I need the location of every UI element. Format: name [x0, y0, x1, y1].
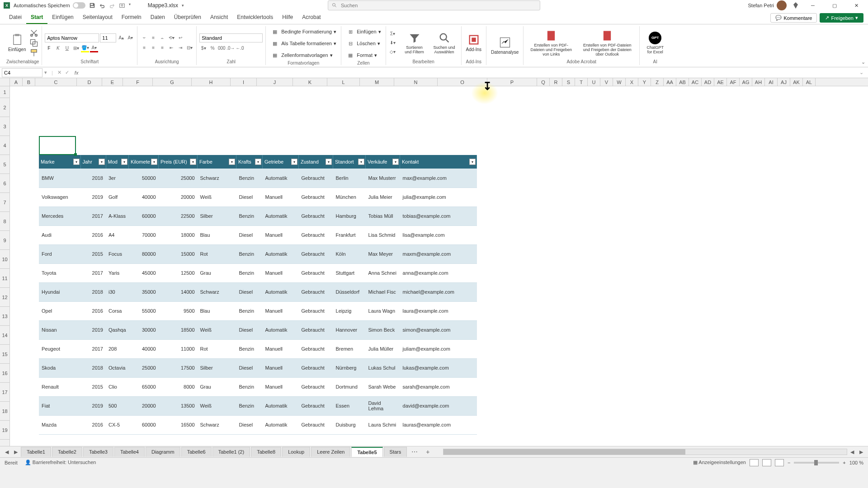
col-header-AL[interactable]: AL	[803, 78, 816, 86]
table-cell[interactable]: Manuell	[263, 358, 299, 377]
col-header-Z[interactable]: Z	[651, 78, 664, 86]
filename-dropdown-icon[interactable]: ▾	[182, 3, 184, 8]
row-header-1[interactable]: 1	[0, 86, 9, 98]
table-cell[interactable]: Benzin	[236, 169, 263, 188]
table-cell[interactable]: Diesel	[236, 358, 263, 377]
table-cell[interactable]: 11000	[159, 339, 198, 358]
col-header-Y[interactable]: Y	[638, 78, 651, 86]
table-cell[interactable]: 2017	[80, 206, 106, 225]
table-cell[interactable]: Diesel	[236, 188, 263, 206]
row-header-9[interactable]: 9	[0, 231, 9, 250]
table-cell[interactable]: 50000	[129, 169, 159, 188]
search-box[interactable]	[328, 0, 540, 10]
sheet-tab-lookup[interactable]: Lookup	[282, 447, 310, 457]
table-cell[interactable]: 16500	[159, 415, 198, 434]
table-header-0[interactable]: Marke▾	[39, 155, 80, 169]
table-cell[interactable]: juliam@example.com	[400, 339, 477, 358]
minimize-button[interactable]: ─	[805, 0, 821, 11]
table-row[interactable]: Mazda2016CX-56000016500SchwarzDieselAuto…	[39, 415, 477, 434]
table-cell[interactable]: 2016	[80, 415, 106, 434]
table-header-2[interactable]: Mod▾	[106, 155, 129, 169]
table-cell[interactable]: laura@example.com	[400, 301, 477, 320]
table-row[interactable]: Audi2016A47000018000BlauDieselManuellGeb…	[39, 225, 477, 244]
table-header-5[interactable]: Farbe▾	[198, 155, 236, 169]
col-header-C[interactable]: C	[35, 78, 77, 86]
cancel-formula-icon[interactable]: ✕	[56, 70, 63, 75]
row-header-13[interactable]: 13	[0, 307, 9, 326]
namebox-dropdown-icon[interactable]: ▾	[42, 70, 49, 75]
table-cell[interactable]: A-Klass	[106, 206, 129, 225]
table-row[interactable]: Toyota2017Yaris4500012500GrauBenzinManue…	[39, 263, 477, 282]
font-size-selector[interactable]	[100, 33, 116, 42]
format-as-table-button[interactable]: ▦Als Tabelle formatieren▾	[269, 38, 338, 49]
table-cell[interactable]: Benzin	[236, 301, 263, 320]
filter-icon[interactable]: ▾	[99, 159, 105, 165]
row-header-4[interactable]: 4	[0, 136, 9, 155]
col-header-AG[interactable]: AG	[740, 78, 752, 86]
sheet-more-icon[interactable]: ⋯	[408, 446, 421, 457]
menu-tab-ansicht[interactable]: Ansicht	[206, 11, 232, 24]
table-cell[interactable]: 2016	[80, 225, 106, 244]
col-header-AA[interactable]: AA	[664, 78, 676, 86]
table-row[interactable]: Ford2015Focus8000015000RotBenzinAutomati…	[39, 244, 477, 263]
table-cell[interactable]: Peugeot	[39, 339, 80, 358]
table-cell[interactable]: Gebraucht	[299, 396, 333, 415]
sheet-tab-diagramm[interactable]: Diagramm	[146, 447, 180, 457]
col-header-AF[interactable]: AF	[727, 78, 740, 86]
menu-tab-überprüfen[interactable]: Überprüfen	[170, 11, 206, 24]
sheet-next-icon[interactable]: ▶	[12, 448, 20, 456]
sheet-tab-tabelle12[interactable]: Tabelle1 (2)	[212, 447, 250, 457]
table-cell[interactable]: sarah@example.com	[400, 377, 477, 396]
table-cell[interactable]: 208	[106, 339, 129, 358]
table-cell[interactable]: 2017	[80, 339, 106, 358]
table-row[interactable]: Renault2015Clio650008000GrauBenzinManuel…	[39, 377, 477, 396]
table-cell[interactable]: Benzin	[236, 244, 263, 263]
table-cell[interactable]: A4	[106, 225, 129, 244]
table-cell[interactable]: 55000	[129, 301, 159, 320]
table-cell[interactable]: 14000	[159, 282, 198, 301]
autosave-toggle[interactable]: Automatisches Speichern	[14, 2, 85, 9]
table-row[interactable]: Skoda2018Octavia2500017500SilberDieselMa…	[39, 358, 477, 377]
increase-indent-icon[interactable]: ⇥	[176, 44, 184, 52]
table-cell[interactable]: Duisburg	[333, 415, 366, 434]
filter-icon[interactable]: ▾	[326, 159, 332, 165]
normal-view-icon[interactable]	[750, 459, 759, 466]
table-cell[interactable]: lisa@example.com	[400, 225, 477, 244]
sheet-tab-tabelle4[interactable]: Tabelle4	[114, 447, 145, 457]
table-cell[interactable]: Diesel	[236, 282, 263, 301]
table-cell[interactable]: Automatik	[263, 415, 299, 434]
filter-icon[interactable]: ▾	[291, 159, 297, 165]
clear-icon[interactable]: ◇▾	[389, 48, 397, 56]
table-cell[interactable]: 45000	[129, 263, 159, 282]
scroll-left-icon[interactable]: ◀	[848, 448, 856, 456]
number-format-selector[interactable]	[199, 33, 263, 42]
row-header-15[interactable]: 15	[0, 345, 9, 364]
table-cell[interactable]: 500	[106, 396, 129, 415]
addins-button[interactable]: Add-Ins	[464, 33, 483, 53]
save-icon[interactable]	[89, 2, 95, 9]
table-cell[interactable]: Laura Wagn	[366, 301, 400, 320]
row-header-16[interactable]: 16	[0, 364, 9, 383]
table-cell[interactable]: Gebraucht	[299, 206, 333, 225]
page-layout-view-icon[interactable]	[762, 459, 771, 466]
filter-icon[interactable]: ▾	[151, 159, 157, 165]
fx-icon[interactable]: fx	[71, 70, 82, 75]
table-cell[interactable]: 30000	[129, 320, 159, 339]
row-header-6[interactable]: 6	[0, 174, 9, 193]
table-cell[interactable]: Anna Schnei	[366, 263, 400, 282]
table-cell[interactable]: 2016	[80, 301, 106, 320]
table-cell[interactable]: Max Musterr	[366, 169, 400, 188]
table-cell[interactable]: Diesel	[236, 225, 263, 244]
table-cell[interactable]: Gebraucht	[299, 377, 333, 396]
insert-cells-button[interactable]: ⊞Einfügen ▾	[344, 26, 382, 37]
table-cell[interactable]: Gebraucht	[299, 415, 333, 434]
table-cell[interactable]: Gebraucht	[299, 169, 333, 188]
delete-cells-button[interactable]: ⊟Löschen ▾	[344, 38, 382, 49]
row-header-3[interactable]: 3	[0, 117, 9, 136]
table-cell[interactable]: Benzin	[236, 377, 263, 396]
undo-icon[interactable]	[99, 2, 105, 9]
table-cell[interactable]: Düsseldorf	[333, 282, 366, 301]
select-all-cell[interactable]	[0, 78, 10, 86]
col-header-AC[interactable]: AC	[689, 78, 702, 86]
col-header-H[interactable]: H	[192, 78, 231, 86]
